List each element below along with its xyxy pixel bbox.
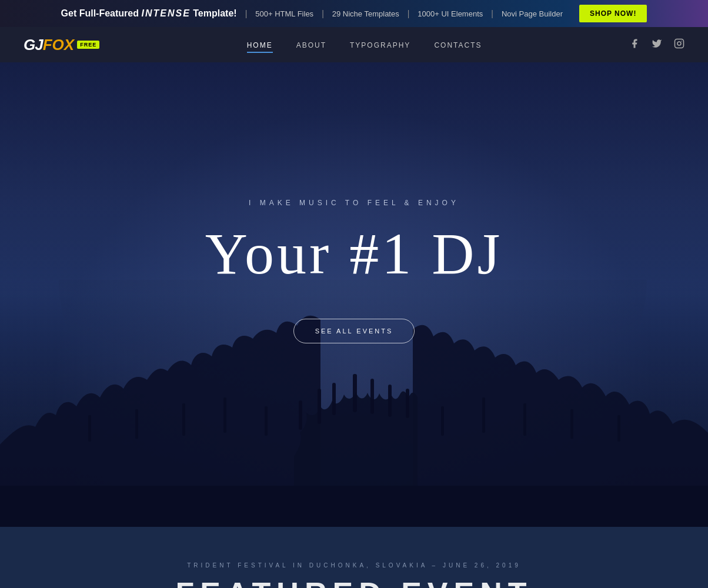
svg-rect-17	[482, 397, 485, 433]
sep4: |	[491, 9, 493, 18]
nav-item-contacts[interactable]: CONTACTS	[434, 39, 482, 50]
banner-main-text: Get Full-Featured INTENSE Template!	[61, 8, 237, 19]
svg-rect-13	[182, 403, 185, 436]
see-all-events-button[interactable]: SEE ALL EVENTS	[293, 319, 415, 343]
logo-gj: GJ	[24, 36, 43, 54]
svg-rect-5	[318, 389, 321, 424]
svg-rect-0	[675, 39, 684, 48]
nav-links: HOME ABOUT TYPOGRAPHY CONTACTS	[247, 39, 482, 50]
svg-rect-15	[265, 406, 268, 436]
hero-content: I MAKE MUSIC TO FEEL & ENJOY Your #1 DJ …	[205, 199, 503, 343]
sep3: |	[408, 9, 410, 18]
svg-rect-12	[135, 409, 138, 439]
svg-rect-9	[388, 385, 392, 417]
banner-feature4: Novi Page Builder	[502, 9, 563, 18]
facebook-icon[interactable]	[629, 38, 640, 51]
hero-section: I MAKE MUSIC TO FEEL & ENJOY Your #1 DJ …	[0, 62, 708, 527]
nav-item-typography[interactable]: TYPOGRAPHY	[350, 39, 410, 50]
navbar: GJ FOX FREE HOME ABOUT TYPOGRAPHY CONTAC…	[0, 27, 708, 62]
svg-rect-14	[223, 397, 226, 433]
svg-rect-16	[441, 406, 444, 436]
logo: GJ FOX FREE	[24, 36, 99, 54]
nav-social	[629, 38, 684, 51]
featured-section: TRIDENT FESTIVAL IN DUCHONKA, SLOVAKIA –…	[0, 527, 708, 588]
nav-item-home[interactable]: HOME	[247, 39, 273, 50]
featured-label: TRIDENT FESTIVAL IN DUCHONKA, SLOVAKIA –…	[24, 562, 684, 569]
nav-link-typography[interactable]: TYPOGRAPHY	[350, 41, 410, 52]
hero-title: Your #1 DJ	[205, 225, 503, 283]
logo-free-badge: FREE	[77, 41, 99, 49]
svg-rect-8	[370, 379, 374, 414]
banner-feature1: 500+ HTML Files	[255, 9, 313, 18]
svg-rect-20	[617, 415, 620, 442]
featured-title: FEATURED EVENT	[24, 576, 684, 588]
twitter-icon[interactable]	[652, 38, 662, 51]
shop-now-button[interactable]: SHOP NOW!	[579, 5, 647, 22]
svg-point-1	[677, 42, 681, 45]
nav-link-about[interactable]: ABOUT	[296, 41, 326, 52]
banner-feature2: 29 Niche Templates	[332, 9, 399, 18]
hero-subtitle: I MAKE MUSIC TO FEEL & ENJOY	[205, 199, 503, 207]
top-banner: Get Full-Featured INTENSE Template! | 50…	[0, 0, 708, 27]
banner-feature3: 1000+ UI Elements	[418, 9, 483, 18]
nav-link-contacts[interactable]: CONTACTS	[434, 41, 482, 52]
svg-point-2	[681, 41, 682, 42]
banner-content: Get Full-Featured INTENSE Template! | 50…	[61, 5, 647, 22]
svg-rect-21	[0, 486, 708, 527]
svg-rect-10	[406, 389, 409, 418]
logo-fox: FOX	[43, 36, 74, 54]
svg-rect-4	[299, 400, 302, 430]
nav-item-about[interactable]: ABOUT	[296, 39, 326, 50]
svg-rect-7	[353, 374, 357, 412]
svg-rect-6	[332, 383, 336, 415]
svg-rect-11	[88, 415, 91, 442]
sep2: |	[322, 9, 324, 18]
svg-rect-19	[570, 409, 573, 439]
svg-rect-18	[523, 403, 526, 436]
nav-link-home[interactable]: HOME	[247, 41, 273, 53]
instagram-icon[interactable]	[674, 38, 684, 51]
sep1: |	[245, 9, 248, 18]
